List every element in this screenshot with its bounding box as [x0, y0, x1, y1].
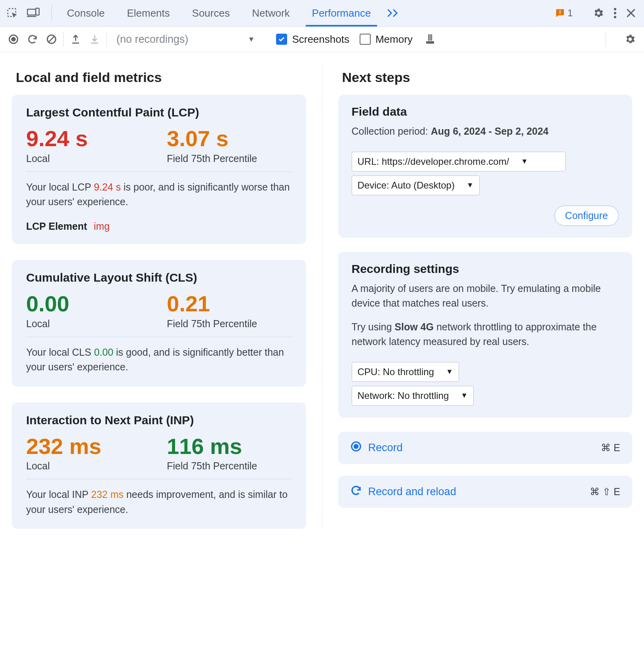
record-label: Record — [368, 442, 403, 454]
network-throttle-select[interactable]: Network: No throttling ▼ — [352, 386, 474, 406]
column-divider — [322, 64, 322, 529]
record-reload-shortcut: ⌘ ⇧ E — [590, 486, 620, 498]
divider — [51, 5, 52, 21]
record-button[interactable] — [4, 30, 23, 49]
cls-card: Cumulative Layout Shift (CLS) 0.00 Local… — [12, 260, 306, 387]
tab-network[interactable]: Network — [241, 0, 301, 26]
settings-gear-icon[interactable] — [593, 7, 604, 19]
inp-local-label: Local — [26, 460, 151, 472]
recording-settings-p2: Try using Slow 4G network throttling to … — [352, 320, 619, 349]
svg-point-7 — [614, 16, 616, 18]
svg-point-9 — [11, 37, 16, 42]
svg-point-6 — [614, 12, 616, 14]
configure-button[interactable]: Configure — [554, 206, 619, 226]
checkbox-checked-icon — [276, 34, 287, 45]
record-reload-action[interactable]: Record and reload ⌘ ⇧ E — [338, 476, 633, 508]
device-select[interactable]: Device: Auto (Desktop) ▼ — [352, 175, 480, 195]
recordings-dropdown-label: (no recordings) — [116, 33, 189, 46]
cls-field-label: Field 75th Percentile — [167, 318, 292, 330]
svg-point-5 — [614, 8, 616, 10]
screenshots-checkbox[interactable]: Screenshots — [276, 33, 349, 46]
field-data-card: Field data Collection period: Aug 6, 202… — [338, 95, 633, 238]
inp-field-value: 116 ms — [167, 435, 292, 458]
chevron-down-icon: ▼ — [248, 35, 255, 44]
chevron-down-icon: ▼ — [521, 156, 528, 167]
cpu-throttle-select[interactable]: CPU: No throttling ▼ — [352, 362, 459, 382]
screenshots-label: Screenshots — [292, 33, 349, 46]
svg-rect-3 — [560, 11, 560, 13]
lcp-local-label: Local — [26, 153, 151, 164]
divider — [606, 32, 606, 47]
panel-settings-gear-icon[interactable] — [624, 33, 636, 45]
download-icon[interactable] — [85, 30, 104, 49]
svg-point-16 — [353, 444, 358, 449]
lcp-element-row: LCP Element img — [26, 221, 292, 232]
checkbox-unchecked-icon — [360, 34, 371, 45]
inp-explain-value: 232 ms — [91, 489, 124, 500]
next-steps-column: Next steps Field data Collection period:… — [338, 64, 633, 529]
divider — [107, 32, 107, 47]
divider — [26, 337, 292, 337]
tab-sources[interactable]: Sources — [181, 0, 241, 26]
inspect-element-icon[interactable] — [6, 7, 18, 19]
svg-rect-13 — [430, 34, 431, 41]
lcp-card: Largest Contentful Paint (LCP) 9.24 s Lo… — [12, 95, 306, 244]
reload-button[interactable] — [23, 30, 42, 49]
tabbar-left-icons — [4, 7, 46, 19]
inp-local-value: 232 ms — [26, 435, 151, 458]
right-section-title: Next steps — [342, 70, 633, 85]
svg-rect-11 — [426, 41, 434, 44]
cls-field-value: 0.21 — [167, 292, 292, 316]
cls-field-block: 0.21 Field 75th Percentile — [167, 292, 292, 330]
network-select-label: Network: No throttling — [358, 389, 449, 403]
left-section-title: Local and field metrics — [16, 70, 306, 85]
record-reload-label: Record and reload — [368, 486, 456, 498]
inp-explain: Your local INP 232 ms needs improvement,… — [26, 487, 292, 517]
clear-button[interactable] — [42, 30, 61, 49]
devtools-tabs: Console Elements Sources Network Perform… — [56, 0, 405, 26]
record-action[interactable]: Record ⌘ E — [338, 432, 633, 464]
upload-icon[interactable] — [66, 30, 85, 49]
device-toolbar-icon[interactable] — [27, 7, 40, 19]
lcp-explain-value: 9.24 s — [94, 181, 121, 193]
memory-label: Memory — [375, 33, 413, 46]
memory-checkbox[interactable]: Memory — [360, 33, 413, 46]
more-tabs-chevron-icon[interactable] — [382, 0, 405, 26]
performance-panel-body: Local and field metrics Largest Contentf… — [0, 52, 644, 545]
issues-warning-badge[interactable]: 1 — [555, 8, 573, 19]
cpu-select-label: CPU: No throttling — [358, 365, 434, 379]
collect-garbage-icon[interactable] — [421, 30, 440, 49]
cls-explain: Your local CLS 0.00 is good, and is sign… — [26, 345, 292, 375]
lcp-element-tag[interactable]: img — [94, 221, 110, 232]
lcp-field-label: Field 75th Percentile — [167, 153, 292, 164]
cls-local-block: 0.00 Local — [26, 292, 151, 330]
record-shortcut: ⌘ E — [601, 442, 620, 454]
recordings-dropdown[interactable]: (no recordings) ▼ — [109, 33, 255, 46]
kebab-menu-icon[interactable] — [613, 7, 617, 19]
tab-console[interactable]: Console — [56, 0, 116, 26]
performance-toolbar: (no recordings) ▼ Screenshots Memory — [0, 27, 644, 52]
inp-field-block: 116 ms Field 75th Percentile — [167, 435, 292, 472]
lcp-element-label: LCP Element — [26, 221, 87, 232]
close-icon[interactable] — [626, 8, 636, 18]
chevron-down-icon: ▼ — [461, 390, 468, 401]
device-select-label: Device: Auto (Desktop) — [358, 178, 455, 193]
svg-rect-14 — [431, 34, 432, 41]
chevron-down-icon: ▼ — [446, 366, 453, 377]
record-dot-icon — [350, 440, 362, 455]
field-data-title: Field data — [352, 105, 619, 118]
cls-title: Cumulative Layout Shift (CLS) — [26, 271, 292, 284]
recording-settings-p1: A majority of users are on mobile. Try e… — [352, 281, 619, 311]
divider — [26, 479, 292, 479]
tab-performance[interactable]: Performance — [301, 0, 382, 26]
url-select-label: URL: https://developer.chrome.com/ — [358, 154, 509, 169]
svg-rect-12 — [428, 34, 429, 41]
tab-elements[interactable]: Elements — [116, 0, 181, 26]
issues-count: 1 — [568, 8, 573, 19]
url-select[interactable]: URL: https://developer.chrome.com/ ▼ — [352, 152, 566, 172]
lcp-field-block: 3.07 s Field 75th Percentile — [167, 127, 292, 164]
lcp-field-value: 3.07 s — [167, 127, 292, 151]
collection-period: Collection period: Aug 6, 2024 - Sep 2, … — [352, 124, 619, 139]
cls-local-label: Local — [26, 318, 151, 330]
inp-title: Interaction to Next Paint (INP) — [26, 414, 292, 427]
